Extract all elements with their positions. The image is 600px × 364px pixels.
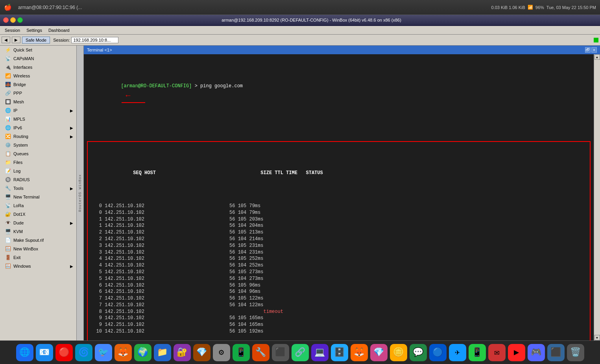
- menu-settings[interactable]: Settings: [23, 27, 45, 33]
- dock-files[interactable]: 📁: [154, 344, 171, 361]
- ip-icon: 🌐: [5, 107, 11, 114]
- dock-phone[interactable]: 📱: [233, 344, 250, 361]
- dock-git[interactable]: 🔗: [292, 344, 309, 361]
- scroll-up-button[interactable]: ▲: [594, 54, 600, 60]
- sidebar: ⚡ Quick Set 📡 CAPsMAN 🔌 Interfaces 📶 Wir…: [0, 46, 77, 340]
- sidebar-item-log[interactable]: 📝 Log: [0, 167, 76, 175]
- sidebar-item-ip[interactable]: 🌐 IP ▶: [0, 106, 76, 115]
- back-button[interactable]: ◀: [2, 37, 10, 43]
- ping-row: 3 142.251.10.102 56 105 231ms: [88, 243, 590, 249]
- dock-sketch[interactable]: 💎: [370, 344, 388, 361]
- dock-twitter[interactable]: 🐦: [95, 344, 112, 361]
- lora-icon: 📡: [5, 202, 11, 209]
- sidebar-label-kvm: KVM: [13, 229, 23, 234]
- dock-vpn[interactable]: 🔵: [429, 344, 447, 361]
- sidebar-item-bridge[interactable]: 🌉 Bridge: [0, 80, 76, 89]
- terminal-prompt: [arman@RO-DEFAULT-CONFIG]: [121, 83, 192, 89]
- sidebar-item-windows[interactable]: 🪟 Windows ▶: [0, 262, 76, 270]
- dock-vscode[interactable]: 💻: [311, 344, 329, 361]
- dock-browser2[interactable]: 🌀: [75, 344, 92, 361]
- dock-trash[interactable]: 🗑️: [567, 344, 584, 361]
- winbox-titlebar: arman@192.168.209.10:8292 (RO-DEFAULT-CO…: [0, 15, 600, 26]
- dock-terminal2[interactable]: ⬛: [272, 344, 289, 361]
- ipv6-icon: 🌐: [5, 125, 11, 131]
- sidebar-label-lora: LoRa: [13, 203, 24, 208]
- kvm-icon: 🖥️: [5, 228, 11, 235]
- session-input[interactable]: [71, 37, 118, 43]
- dock-chat[interactable]: 💬: [410, 344, 427, 361]
- sidebar-item-ipv6[interactable]: 🌐 IPv6 ▶: [0, 123, 76, 132]
- dock-discord[interactable]: 🎮: [528, 344, 545, 361]
- dock-security[interactable]: 🔐: [174, 344, 191, 361]
- makesupout-icon: 📄: [5, 237, 11, 243]
- dude-icon: 👁️: [5, 220, 11, 226]
- dock-telegram[interactable]: ✈️: [449, 344, 466, 361]
- dock-antivirus[interactable]: 🔴: [55, 344, 73, 361]
- ping-row: 7 142.251.10.102 56 104 122ms: [88, 302, 590, 309]
- dock-prefs[interactable]: ⚙️: [213, 344, 230, 361]
- dock-tools2[interactable]: 🔧: [252, 344, 270, 361]
- menu-dashboard[interactable]: Dashboard: [45, 27, 73, 33]
- sidebar-item-exit[interactable]: 🚪 Exit: [0, 253, 76, 262]
- dock-firefox[interactable]: 🦊: [114, 344, 132, 361]
- dock-db[interactable]: 🗄️: [331, 344, 348, 361]
- maximize-button[interactable]: [17, 17, 23, 23]
- dot1x-icon: 🔐: [5, 211, 11, 217]
- scroll-down-button[interactable]: ▼: [594, 335, 600, 340]
- sidebar-label-files: Files: [13, 160, 22, 165]
- sidebar-item-newterminal[interactable]: 🖥️ New Terminal: [0, 193, 76, 201]
- sidebar-item-kvm[interactable]: 🖥️ KVM: [0, 227, 76, 236]
- ping-output-box: SEQ HOST SIZE TTL TIME STATUS 0 142.251.…: [87, 141, 591, 340]
- col-header-1: SEQ HOST SIZE TTL TIME STATUS: [88, 163, 590, 183]
- terminal-restore-button[interactable]: 🗗: [585, 47, 591, 53]
- sidebar-item-quickset[interactable]: ⚡ Quick Set: [0, 46, 76, 54]
- forward-button[interactable]: ▶: [12, 37, 20, 43]
- sidebar-item-dude[interactable]: 👁️ Dude ▶: [0, 219, 76, 227]
- minimize-button[interactable]: [10, 17, 16, 23]
- bridge-icon: 🌉: [5, 81, 11, 88]
- dock-whatsapp[interactable]: 📱: [469, 344, 486, 361]
- terminal-body[interactable]: [arman@RO-DEFAULT-CONFIG] > ping google.…: [84, 54, 594, 340]
- wireless-icon: 📶: [5, 73, 11, 79]
- scroll-track: [595, 60, 600, 335]
- dock-git2[interactable]: 🦊: [351, 344, 368, 361]
- dock-youtube[interactable]: ▶️: [508, 344, 525, 361]
- terminal-close-button[interactable]: ✕: [591, 47, 597, 53]
- sidebar-label-mesh: Mesh: [13, 99, 24, 104]
- sidebar-item-system[interactable]: ⚙️ System: [0, 141, 76, 149]
- menu-session[interactable]: Session: [2, 27, 23, 33]
- sidebar-item-newwinbox[interactable]: 🪟 New WinBox: [0, 245, 76, 253]
- sidebar-item-queues[interactable]: 📋 Queues: [0, 149, 76, 158]
- mac-topbar: 🍎 arman@08:00:27:90:1C:96 (... 0.03 KiB …: [0, 0, 600, 15]
- sidebar-item-files[interactable]: 📁 Files: [0, 158, 76, 167]
- sidebar-item-radius[interactable]: 🔘 RADIUS: [0, 175, 76, 184]
- sidebar-item-lora[interactable]: 📡 LoRa: [0, 201, 76, 210]
- sidebar-label-radius: RADIUS: [13, 177, 30, 182]
- dock-crypto[interactable]: 🪙: [390, 344, 407, 361]
- dock-gem[interactable]: 💎: [193, 344, 210, 361]
- ping-row: 1 142.251.10.102 56 105 203ms: [88, 216, 590, 223]
- ping-row: 1 142.251.10.102 56 104 204ms: [88, 222, 590, 229]
- sidebar-item-mpls[interactable]: 📊 MPLS: [0, 115, 76, 123]
- sidebar-item-wireless[interactable]: 📶 Wireless: [0, 72, 76, 80]
- sidebar-item-tools[interactable]: 🔧 Tools ▶: [0, 184, 76, 193]
- dock-more[interactable]: ⬛: [547, 344, 565, 361]
- sidebar-label-ppp: PPP: [13, 91, 22, 96]
- sidebar-item-ppp[interactable]: 🔗 PPP: [0, 89, 76, 97]
- mac-topbar-right: 0.03 KiB 1.06 KiB 📶 96% Tue, 03 May 22 1…: [491, 5, 596, 10]
- sidebar-item-mesh[interactable]: 🔲 Mesh: [0, 97, 76, 106]
- sidebar-item-capsman[interactable]: 📡 CAPsMAN: [0, 54, 76, 63]
- sidebar-item-dot1x[interactable]: 🔐 Dot1X: [0, 210, 76, 219]
- terminal-scrollbar: ▲ ▼: [594, 54, 600, 340]
- dock-airmail[interactable]: ✉️: [488, 344, 506, 361]
- safe-mode-button[interactable]: Safe Mode: [22, 37, 50, 44]
- sidebar-item-makesupout[interactable]: 📄 Make Supout.rif: [0, 236, 76, 245]
- dock-mail[interactable]: 📧: [36, 344, 53, 361]
- sidebar-label-quickset: Quick Set: [13, 48, 32, 52]
- dock-safari[interactable]: 🌐: [16, 344, 33, 361]
- dock-maps[interactable]: 🌍: [134, 344, 151, 361]
- sidebar-item-routing[interactable]: 🔀 Routing ▶: [0, 132, 76, 141]
- session-label: Session:: [53, 38, 70, 42]
- close-button[interactable]: [3, 17, 9, 23]
- sidebar-item-interfaces[interactable]: 🔌 Interfaces: [0, 63, 76, 72]
